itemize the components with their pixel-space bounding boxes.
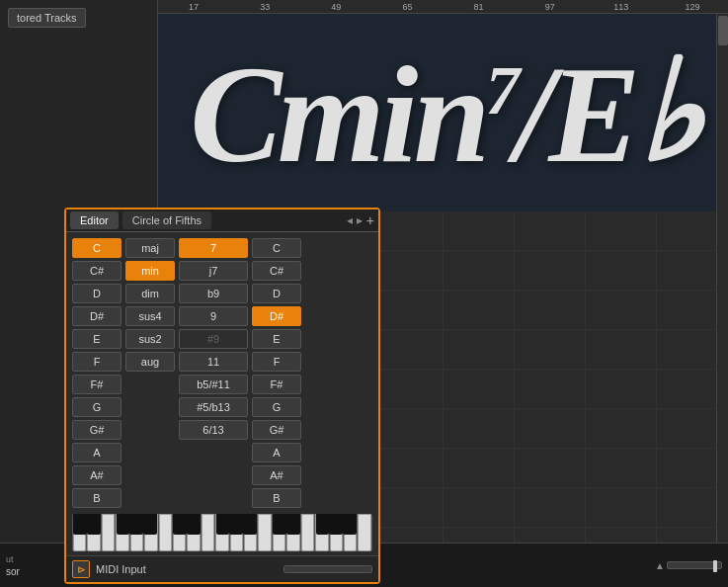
root-F[interactable]: F xyxy=(72,352,121,372)
root-C[interactable]: C xyxy=(72,238,121,258)
bass-E[interactable]: E xyxy=(252,329,301,349)
scroll-thumb[interactable] xyxy=(718,16,728,45)
tab-circle-of-fifths[interactable]: Circle of Fifths xyxy=(122,211,211,229)
ext-7[interactable]: 7 xyxy=(179,238,248,258)
bass-C[interactable]: C xyxy=(252,238,301,258)
white-key-E[interactable] xyxy=(102,514,115,551)
white-key-A2[interactable] xyxy=(244,514,257,551)
chord-extension: 7 xyxy=(485,52,515,128)
root-Gsharp[interactable]: G# xyxy=(72,420,121,440)
bass-D[interactable]: D xyxy=(252,284,301,303)
track-cell xyxy=(515,409,586,448)
root-B[interactable]: B xyxy=(72,488,121,508)
quality-min[interactable]: min xyxy=(125,261,175,281)
root-column: C C# D D# E F F# G G# A A# B xyxy=(72,238,121,508)
white-key-D[interactable] xyxy=(87,514,100,551)
track-cell xyxy=(515,330,586,369)
ext-9[interactable]: 9 xyxy=(179,306,248,326)
white-key-B[interactable] xyxy=(159,514,172,551)
white-key-D2[interactable] xyxy=(187,514,200,551)
quality-dim[interactable]: dim xyxy=(125,284,175,303)
quality-sus2[interactable]: sus2 xyxy=(125,329,175,349)
ruler-mark-6: 97 xyxy=(515,2,586,12)
volume-thumb[interactable] xyxy=(713,560,717,572)
root-Csharp[interactable]: C# xyxy=(72,261,121,281)
prev-arrow-icon[interactable]: ◂ xyxy=(347,213,353,227)
bass-Gsharp[interactable]: G# xyxy=(252,420,301,440)
volume-slider[interactable] xyxy=(667,561,722,569)
track-cell xyxy=(515,488,586,527)
chord-root: C xyxy=(190,38,277,191)
white-key-A[interactable] xyxy=(144,514,157,551)
bass-F[interactable]: F xyxy=(252,352,301,372)
status-right: ▲ xyxy=(649,560,728,571)
track-cell xyxy=(444,251,515,290)
white-key-G2[interactable] xyxy=(230,514,243,551)
track-cell xyxy=(444,211,515,250)
ruler-mark-5: 81 xyxy=(444,2,515,12)
ruler-mark-8: 129 xyxy=(657,2,728,12)
root-Fsharp[interactable]: F# xyxy=(72,375,121,394)
editor-tabs: Editor Circle of Fifths ◂ ▸ + xyxy=(66,210,378,232)
white-key-D3[interactable] xyxy=(286,514,299,551)
ext-j7[interactable]: j7 xyxy=(179,261,248,281)
white-key-E2[interactable] xyxy=(202,514,214,551)
white-key-C[interactable] xyxy=(73,514,86,551)
white-key-B3[interactable] xyxy=(358,514,370,551)
ext-11[interactable]: 11 xyxy=(179,352,248,372)
ext-sharp5b13[interactable]: #5/b13 xyxy=(179,397,248,417)
quality-maj[interactable]: maj xyxy=(125,238,175,258)
track-cell xyxy=(371,211,443,250)
bass-Asharp[interactable]: A# xyxy=(252,465,301,485)
chord-bass: /E♭ xyxy=(515,38,695,191)
ruler-mark-3: 49 xyxy=(300,2,371,12)
root-Asharp[interactable]: A# xyxy=(72,465,121,485)
scroll-up-button[interactable]: ▲ xyxy=(655,560,665,571)
white-key-B2[interactable] xyxy=(258,514,271,551)
bass-A[interactable]: A xyxy=(252,443,301,462)
chord-quality: min xyxy=(278,38,486,191)
vertical-scrollbar[interactable] xyxy=(716,14,728,543)
white-key-G[interactable] xyxy=(130,514,143,551)
track-cell xyxy=(371,488,443,527)
white-key-F2[interactable] xyxy=(215,514,228,551)
ext-b9[interactable]: b9 xyxy=(179,284,248,303)
white-key-E3[interactable] xyxy=(301,514,314,551)
midi-icon[interactable]: ⊳ xyxy=(72,560,90,578)
bass-Csharp[interactable]: C# xyxy=(252,261,301,281)
track-cell xyxy=(586,449,657,487)
white-key-C3[interactable] xyxy=(273,514,285,551)
ext-b5sharp11[interactable]: b5/#11 xyxy=(179,375,248,394)
track-cell xyxy=(444,409,515,448)
ext-613[interactable]: 6/13 xyxy=(179,420,248,440)
add-tab-button[interactable]: + xyxy=(366,212,374,228)
tored-tracks-button[interactable]: tored Tracks xyxy=(8,8,86,28)
white-key-A3[interactable] xyxy=(344,514,357,551)
piano-keyboard[interactable] xyxy=(72,514,372,551)
bass-column: C C# D D# E F F# G G# A A# B xyxy=(252,238,301,508)
track-cell xyxy=(371,370,443,408)
white-key-G3[interactable] xyxy=(330,514,343,551)
next-arrow-icon[interactable]: ▸ xyxy=(357,213,363,227)
root-D[interactable]: D xyxy=(72,284,121,303)
quality-column: maj min dim sus4 sus2 aug xyxy=(125,238,175,508)
midi-progress-bar[interactable] xyxy=(283,565,372,573)
white-key-F3[interactable] xyxy=(315,514,328,551)
white-key-F[interactable] xyxy=(116,514,128,551)
bass-Dsharp[interactable]: D# xyxy=(252,306,301,326)
tab-editor[interactable]: Editor xyxy=(70,211,119,229)
bass-B[interactable]: B xyxy=(252,488,301,508)
bass-Fsharp[interactable]: F# xyxy=(252,375,301,394)
quality-aug[interactable]: aug xyxy=(125,352,175,372)
root-E[interactable]: E xyxy=(72,329,121,349)
ruler: 17 33 49 65 81 97 113 129 xyxy=(158,0,728,14)
root-G[interactable]: G xyxy=(72,397,121,417)
root-Dsharp[interactable]: D# xyxy=(72,306,121,326)
white-key-C2[interactable] xyxy=(173,514,186,551)
quality-sus4[interactable]: sus4 xyxy=(125,306,175,326)
ext-sharp9[interactable]: #9 xyxy=(179,329,248,349)
root-A[interactable]: A xyxy=(72,443,121,462)
midi-symbol: ⊳ xyxy=(77,564,85,575)
track-cell xyxy=(586,370,657,408)
bass-G[interactable]: G xyxy=(252,397,301,417)
